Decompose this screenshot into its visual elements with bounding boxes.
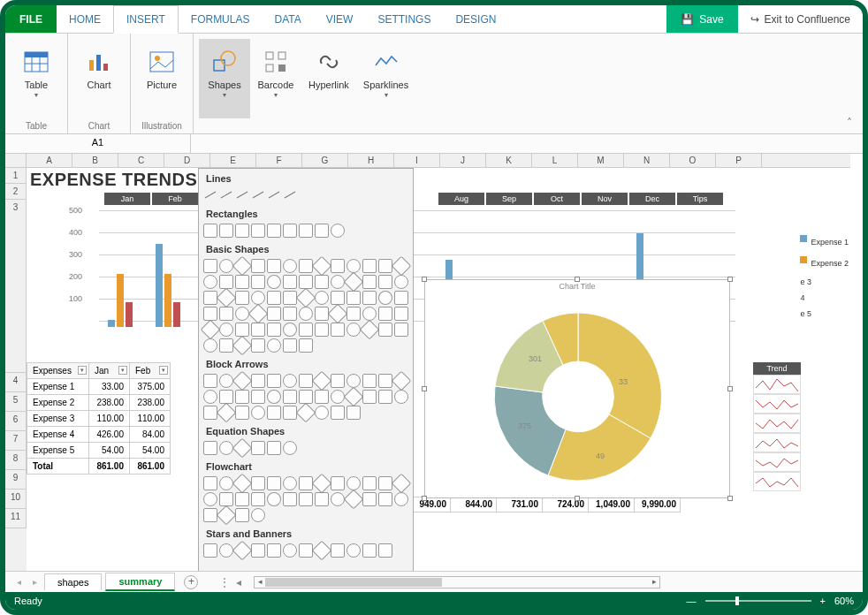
shape-option[interactable] [378,390,392,404]
shape-option[interactable] [267,476,281,490]
shape-option[interactable] [203,492,217,506]
shape-option[interactable] [264,272,285,292]
shape-option[interactable] [331,259,345,273]
shape-option[interactable] [267,307,281,321]
insert-barcode-button[interactable]: Barcode ▾ [250,39,301,118]
shape-option[interactable] [232,541,253,561]
shape-option[interactable] [251,291,265,305]
horizontal-scrollbar[interactable]: ◂ ▸ [254,576,660,588]
shape-option[interactable] [267,224,281,238]
shape-option[interactable] [362,476,377,490]
shape-option[interactable] [346,307,361,321]
shape-option[interactable] [280,320,301,340]
total-cell[interactable]: 724.00 [543,497,589,512]
shape-option[interactable] [283,492,297,506]
exit-button[interactable]: ↪ Exit to Confluence [738,5,863,33]
shape-option[interactable] [331,476,345,490]
add-sheet-button[interactable]: + [184,575,198,589]
shape-option[interactable] [299,307,313,321]
shape-option[interactable] [251,543,265,558]
shape-option[interactable] [328,304,348,324]
shape-option[interactable] [283,259,297,273]
shape-option[interactable] [235,188,249,202]
shape-option[interactable] [394,307,408,321]
shape-option[interactable] [331,374,345,388]
select-all-corner[interactable] [5,154,27,167]
shape-option[interactable] [299,323,313,337]
shape-option[interactable] [232,256,253,277]
shape-option[interactable] [378,476,392,490]
col-header[interactable]: J [440,154,486,167]
shape-option[interactable] [346,259,361,273]
shape-option[interactable] [267,259,281,273]
shape-option[interactable] [217,403,237,423]
shape-option[interactable] [376,288,396,308]
shape-option[interactable] [283,188,297,202]
shape-option[interactable] [283,374,297,388]
shape-option[interactable] [219,543,233,558]
shape-option[interactable] [315,275,329,289]
shape-option[interactable] [299,492,313,506]
shape-option[interactable] [267,291,281,305]
shape-option[interactable] [219,492,233,506]
shape-option[interactable] [283,406,297,420]
shape-option[interactable] [331,275,345,289]
shape-option[interactable] [315,323,329,337]
tab-home[interactable]: HOME [57,5,113,33]
shape-option[interactable] [267,338,281,353]
shape-option[interactable] [362,374,377,388]
shape-option[interactable] [315,224,329,238]
col-header[interactable]: K [486,154,532,167]
shape-option[interactable] [362,259,377,273]
shape-option[interactable] [378,374,392,388]
shape-option[interactable] [264,490,285,510]
formula-bar[interactable] [191,134,863,153]
table-header[interactable]: Jan▾ [89,363,130,379]
row-header[interactable]: 4 [5,373,27,392]
shape-option[interactable] [296,403,316,423]
shape-option[interactable] [251,476,265,490]
insert-chart-button[interactable]: Chart [73,39,125,118]
shape-option[interactable] [392,474,412,494]
file-menu[interactable]: FILE [5,5,57,33]
row-header[interactable]: 5 [5,392,27,412]
expense-table[interactable]: Expenses▾ Jan▾ Feb▾ Expense 133.00375.00… [27,362,171,475]
sheet-tab[interactable]: shapes [44,573,102,590]
shape-option[interactable] [312,256,332,277]
resize-handle[interactable] [422,496,427,501]
shape-option[interactable] [394,323,408,337]
shape-option[interactable] [315,492,329,506]
table-row[interactable]: Expense 2238.00238.00 [27,395,171,411]
col-header[interactable]: L [532,154,578,167]
shape-option[interactable] [232,474,253,494]
shape-option[interactable] [394,275,408,289]
shape-option[interactable] [219,441,233,455]
tab-settings[interactable]: SETTINGS [365,5,443,33]
shape-option[interactable] [251,323,265,337]
resize-handle[interactable] [575,277,580,282]
total-cell[interactable]: 731.00 [497,497,543,512]
shape-option[interactable] [362,492,377,506]
zoom-in-button[interactable]: + [820,596,826,606]
shape-option[interactable] [267,188,281,202]
sheet-split[interactable]: ⋮ ◂ [219,576,241,588]
table-row[interactable]: Expense 554.0054.00 [27,443,171,459]
shape-option[interactable] [344,272,364,292]
shape-option[interactable] [235,224,249,238]
shape-option[interactable] [283,476,297,490]
shape-option[interactable] [267,323,281,337]
col-header[interactable]: B [72,154,118,167]
shape-option[interactable] [299,543,313,558]
shape-option[interactable] [378,307,392,321]
shape-option[interactable] [219,390,233,404]
resize-handle[interactable] [727,277,733,282]
shape-option[interactable] [251,374,265,388]
shape-option[interactable] [299,224,313,238]
shape-option[interactable] [362,291,377,305]
resize-handle[interactable] [422,386,427,391]
table-header[interactable]: Expenses▾ [27,363,89,379]
shape-option[interactable] [299,476,313,490]
shape-option[interactable] [251,441,265,455]
shape-option[interactable] [346,374,361,388]
shape-option[interactable] [267,543,281,558]
